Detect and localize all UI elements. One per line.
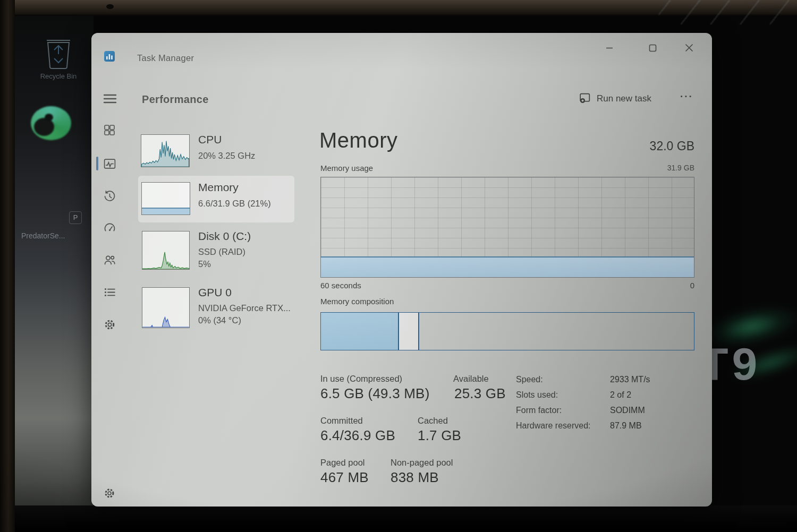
slots-label: Slots used: xyxy=(516,390,558,400)
composition-inuse xyxy=(321,313,399,350)
sidebar-item-users[interactable] xyxy=(98,248,121,271)
timeline-right-label: 0 xyxy=(641,281,694,290)
paged-pool-label: Paged pool xyxy=(320,458,365,468)
disk-title: Disk 0 (C:) xyxy=(198,229,251,243)
perf-item-memory[interactable]: Memory 6.6/31.9 GB (21%) xyxy=(138,176,294,222)
sidebar-item-details[interactable] xyxy=(98,280,121,304)
sidebar-item-services[interactable] xyxy=(98,313,121,336)
cpu-sparkline xyxy=(141,134,190,167)
in-use-value: 6.5 GB (49.3 MB) xyxy=(320,385,430,402)
memory-usage-label: Memory usage xyxy=(320,164,373,173)
cached-label: Cached xyxy=(418,416,448,426)
perf-item-disk[interactable]: Disk 0 (C:) SSD (RAID) 5% xyxy=(138,227,294,276)
run-new-task-label: Run new task xyxy=(597,93,651,104)
paged-pool-value: 467 MB xyxy=(320,469,369,486)
run-new-task-icon xyxy=(578,91,591,107)
cached-value: 1.7 GB xyxy=(418,427,461,444)
nonpaged-pool-value: 838 MB xyxy=(391,469,439,486)
memory-capacity: 32.0 GB xyxy=(588,139,694,153)
gpu-detail2: 0% (34 °C) xyxy=(198,315,241,326)
task-manager-window: Task Manager Performance Run xyxy=(91,33,712,507)
disk-detail2: 5% xyxy=(198,259,211,270)
committed-label: Committed xyxy=(320,416,363,426)
maximize-button[interactable] xyxy=(640,38,665,57)
navigation-menu-button[interactable] xyxy=(103,92,119,107)
memory-detail: 6.6/31.9 GB (21%) xyxy=(198,198,271,209)
composition-free xyxy=(419,313,694,350)
sidebar-item-processes[interactable] xyxy=(98,118,121,142)
available-label: Available xyxy=(453,374,489,384)
perf-item-cpu[interactable]: CPU 20% 3.25 GHz xyxy=(138,130,294,175)
page-title: Performance xyxy=(142,93,209,106)
photo-stage: T9 Recycle Bin P PredatorSe... Task Mana… xyxy=(0,0,797,532)
swirl-core xyxy=(45,114,53,121)
cpu-detail: 20% 3.25 GHz xyxy=(198,150,255,161)
recycle-bin-label: Recycle Bin xyxy=(21,72,96,80)
minimize-button[interactable] xyxy=(597,38,622,57)
memory-usage-chart xyxy=(320,177,694,278)
predator-sense-icon[interactable]: P xyxy=(69,211,82,224)
desktop-left-strip xyxy=(15,16,94,532)
timeline-left-label: 60 seconds xyxy=(320,281,361,290)
sidebar-item-performance[interactable] xyxy=(98,152,121,175)
disk-detail1: SSD (RAID) xyxy=(198,246,245,258)
form-factor-label: Form factor: xyxy=(516,406,562,415)
task-manager-app-icon xyxy=(104,51,115,62)
settings-icon[interactable] xyxy=(98,482,121,505)
composition-modified xyxy=(399,313,419,350)
desktop-right-strip xyxy=(710,16,797,532)
memory-composition-bar xyxy=(320,312,694,350)
form-factor-value: SODIMM xyxy=(610,406,645,415)
in-use-label: In use (Compressed) xyxy=(320,374,402,384)
available-value: 25.3 GB xyxy=(454,385,506,402)
sidebar-item-app-history[interactable] xyxy=(98,184,121,208)
memory-usage-fill xyxy=(321,256,694,277)
bezel-camera-dot xyxy=(106,4,114,9)
speed-value: 2933 MT/s xyxy=(610,375,650,384)
hardware-reserved-value: 87.9 MB xyxy=(610,421,642,431)
run-new-task-button[interactable]: Run new task xyxy=(578,89,690,108)
gpu-sparkline xyxy=(142,287,190,328)
slots-value: 2 of 2 xyxy=(610,390,631,400)
more-options-button[interactable]: ... xyxy=(680,88,693,100)
reflection-streaks xyxy=(659,0,797,24)
cpu-title: CPU xyxy=(198,133,222,147)
disk-sparkline xyxy=(142,231,190,270)
green-swirl-icon[interactable] xyxy=(31,106,71,140)
nonpaged-pool-label: Non-paged pool xyxy=(391,458,453,468)
speed-label: Speed: xyxy=(516,375,543,384)
perf-item-gpu[interactable]: GPU 0 NVIDIA GeForce RTX... 0% (34 °C) xyxy=(138,284,294,337)
window-title: Task Manager xyxy=(137,53,194,63)
hardware-reserved-label: Hardware reserved: xyxy=(516,421,591,431)
desktop-bottom-strip xyxy=(15,505,797,532)
gpu-detail1: NVIDIA GeForce RTX... xyxy=(198,303,291,314)
recycle-bin-icon[interactable] xyxy=(44,35,73,70)
close-button[interactable] xyxy=(677,38,701,57)
gpu-title: GPU 0 xyxy=(198,286,232,299)
sidebar-item-startup-apps[interactable] xyxy=(98,216,121,239)
memory-usage-max: 31.9 GB xyxy=(615,164,694,172)
swirl-notch xyxy=(34,118,54,136)
memory-heading: Memory xyxy=(319,128,397,152)
committed-value: 6.4/36.9 GB xyxy=(320,427,395,444)
memory-sparkline xyxy=(141,182,190,215)
memory-mini-fill xyxy=(142,208,190,214)
memory-composition-label: Memory composition xyxy=(320,297,394,306)
laptop-bezel-left xyxy=(0,0,15,532)
memory-title: Memory xyxy=(198,181,239,194)
